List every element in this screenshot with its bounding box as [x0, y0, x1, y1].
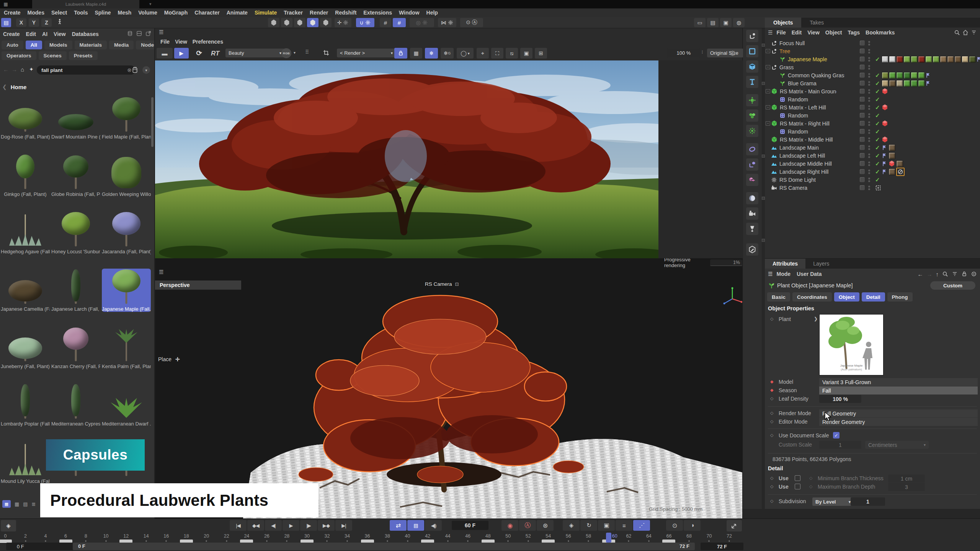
asset-tile-mound-lily-yucca-fall[interactable]: Mound Lily Yucca (Fall... — [1, 441, 50, 484]
visibility-dots[interactable] — [868, 113, 870, 118]
zoom-stepper[interactable]: ⁞ — [702, 50, 703, 54]
render-menu-view[interactable]: View — [175, 39, 187, 45]
rt-label[interactable]: RT — [211, 50, 219, 57]
annotation-flag-icon[interactable] — [925, 72, 931, 78]
viewport-camera-label[interactable]: RS Camera ⊡ — [425, 281, 459, 287]
camera-active-icon[interactable] — [875, 185, 881, 191]
loop-mode-icon[interactable]: ⇄ — [390, 520, 407, 531]
attr-tab-attributes[interactable]: Attributes — [765, 259, 805, 269]
edges-mode-icon[interactable] — [281, 18, 292, 27]
object-label[interactable]: Landscape Left Hill — [779, 153, 825, 159]
menu-help[interactable]: Help — [426, 10, 438, 16]
smart-search-icon[interactable]: ✦ — [29, 66, 34, 72]
editor-mode-dropdown[interactable]: Render Geometry — [819, 418, 978, 426]
object-mode-icon[interactable] — [307, 18, 318, 27]
render-queue-icon[interactable]: ▤ — [707, 18, 719, 27]
visibility-check-icon[interactable]: ✓ — [875, 72, 880, 79]
tab-dropdown-icon[interactable]: ▾ — [149, 2, 152, 7]
array-generator-icon[interactable] — [746, 109, 758, 122]
external-window-icon[interactable] — [145, 31, 151, 36]
material-swatch[interactable] — [882, 72, 889, 79]
render-menu-preferences[interactable]: Preferences — [193, 39, 223, 45]
layer-color-chip[interactable] — [860, 97, 865, 102]
object-label[interactable]: RS Camera — [779, 185, 807, 191]
detail-view-icon[interactable]: ≣ — [32, 501, 36, 507]
render-menu-file[interactable]: File — [160, 39, 170, 45]
splitter-handle[interactable] — [762, 239, 765, 242]
transport-goto-end-icon[interactable]: ▶| — [335, 520, 352, 531]
material-swatch[interactable] — [896, 80, 903, 87]
om-menu-view[interactable]: View — [807, 29, 820, 36]
key-parameter-icon[interactable]: ≡ — [616, 520, 632, 531]
record-keyframe-icon[interactable]: ◉ — [501, 520, 518, 531]
object-label[interactable]: Grass — [779, 64, 794, 70]
menu-modes[interactable]: Modes — [28, 10, 44, 16]
menu-simulate[interactable]: Simulate — [255, 10, 277, 16]
visibility-dots[interactable] — [868, 65, 870, 70]
filter-tab-nodes[interactable]: Nodes — [136, 41, 155, 49]
grid-view-icon[interactable]: ▦ — [15, 501, 19, 507]
menu-tracker[interactable]: Tracker — [284, 10, 303, 16]
filter-tab-presets[interactable]: Presets — [69, 51, 98, 60]
asset-menu-view[interactable]: View — [54, 31, 66, 37]
subdivision-anim-dot[interactable]: ◇ — [770, 499, 773, 504]
keyframe-selection-icon[interactable]: ◈ — [1, 520, 16, 531]
visibility-check-icon[interactable]: ✓ — [875, 96, 880, 103]
visibility-check-icon[interactable]: ✓ — [875, 120, 880, 127]
asset-tile-field-maple-fall-plant[interactable]: Field Maple (Fall, Plant) — [102, 96, 151, 140]
menu-character[interactable]: Character — [194, 10, 219, 16]
object-row-rs-matrix-right-hill[interactable]: − RS Matrix - Right Hill ✓ — [765, 119, 980, 127]
subdivision-surface-icon[interactable] — [746, 94, 758, 106]
visibility-check-icon[interactable]: ✓ — [875, 136, 880, 143]
asset-search-input-wrap[interactable]: ⊗ — [37, 65, 136, 75]
visibility-check-icon[interactable]: ✓ — [875, 88, 880, 95]
history-back-icon[interactable]: ← — [918, 271, 923, 277]
visibility-dots[interactable] — [868, 81, 870, 86]
material-swatch[interactable] — [896, 56, 903, 63]
transport-goto-start-icon[interactable]: |◀ — [230, 520, 247, 531]
object-label[interactable]: Landscape Main — [779, 145, 819, 151]
annotation-flag-icon[interactable] — [976, 56, 980, 62]
splitter-handle[interactable] — [762, 197, 765, 200]
material-swatch[interactable] — [882, 80, 889, 87]
om-menu-bookmarks[interactable]: Bookmarks — [866, 29, 895, 36]
render-gear-icon[interactable]: ⚙ — [727, 48, 738, 58]
pen-tool-icon[interactable] — [746, 243, 758, 256]
play-render-button[interactable]: ▶ — [174, 48, 189, 59]
material-swatch[interactable] — [947, 56, 954, 63]
snapshot-icon[interactable]: ❄ — [425, 48, 438, 59]
season-value-dropdown[interactable]: Fall — [819, 386, 978, 395]
use1-checkbox[interactable] — [795, 475, 800, 481]
object-label[interactable]: Random — [788, 96, 808, 103]
asset-tile-japanese-larch-fall-pl[interactable]: Japanese Larch (Fall, Pl... — [51, 269, 100, 312]
asset-menu-databases[interactable]: Databases — [72, 31, 99, 37]
object-row-japanese-maple[interactable]: Japanese Maple ✓ — [765, 55, 980, 63]
object-row-landscape-middle-hill[interactable]: Landscape Middle Hill ✓ — [765, 160, 980, 168]
key-pla-icon[interactable]: ⋰ — [633, 520, 650, 531]
attr-tab-layers[interactable]: Layers — [805, 259, 837, 269]
asset-tile-japanese-camellia-fal[interactable]: Japanese Camellia (Fal... — [1, 269, 50, 312]
om-menu-file[interactable]: File — [777, 29, 786, 36]
object-label[interactable]: RS Matrix - Middle Hill — [780, 137, 833, 143]
material-swatch[interactable] — [954, 56, 961, 63]
om-tab-takes[interactable]: Takes — [801, 18, 832, 28]
object-row-landscape-left-hill[interactable]: Landscape Left Hill ✓ — [765, 152, 980, 160]
redshift-tag-icon[interactable] — [882, 104, 888, 111]
layer-color-chip[interactable] — [860, 65, 865, 70]
snapshot-settings-icon[interactable]: ❄G — [441, 48, 454, 59]
om-filter-icon[interactable] — [971, 29, 977, 36]
editor-mode-anim-dot[interactable]: ◇ — [770, 419, 773, 424]
om-search-icon[interactable] — [954, 29, 960, 36]
material-swatch[interactable] — [903, 72, 910, 79]
layer-color-chip[interactable] — [860, 137, 865, 142]
document-tab[interactable]: Laubwerk Maple.c4d — [32, 0, 139, 8]
material-swatch[interactable] — [962, 56, 969, 63]
attr-section-tab-coordinates[interactable]: Coordinates — [792, 292, 832, 302]
attr-lock-icon[interactable] — [961, 271, 967, 277]
annotation-flag-icon[interactable] — [882, 169, 888, 175]
attr-menu-mode[interactable]: Mode — [777, 271, 791, 277]
clipboard-anim-icon[interactable]: ▤ — [407, 520, 424, 531]
object-label[interactable]: RS Matrix - Main Ground — [780, 88, 836, 95]
object-label[interactable]: Japanese Maple — [788, 56, 827, 62]
attr-section-tab-object[interactable]: Object — [834, 292, 859, 302]
